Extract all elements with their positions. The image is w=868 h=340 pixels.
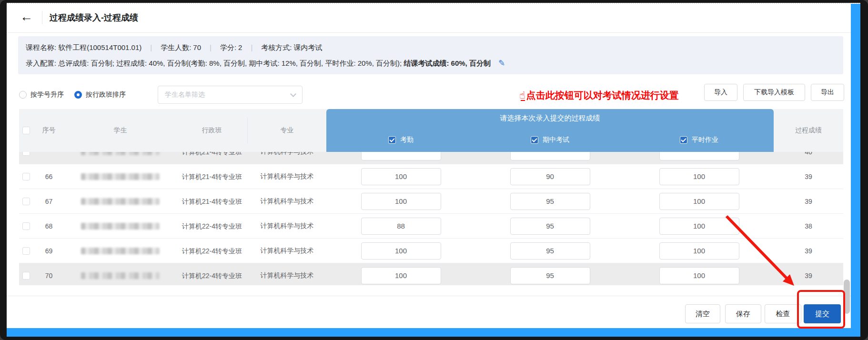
col-major: 专业 xyxy=(248,109,326,152)
radio-sort-by-class[interactable] xyxy=(74,91,82,99)
hand-pointer-icon: ☝ xyxy=(519,90,525,101)
score-input-homework[interactable] xyxy=(659,152,739,160)
attendance-checkbox[interactable] xyxy=(388,136,396,144)
masked-name-block xyxy=(81,152,160,155)
score-input-homework[interactable] xyxy=(659,193,739,210)
score-select-group-header: 请选择本次录入提交的过程成绩 考勤 期中考试 平时作业 xyxy=(326,109,774,152)
back-button[interactable]: ← xyxy=(20,9,33,25)
row-major: 计算机科学与技术 xyxy=(248,189,326,213)
clear-button[interactable]: 清空 xyxy=(685,304,720,323)
masked-name-block xyxy=(81,173,160,180)
import-button[interactable]: 导入 xyxy=(704,84,737,101)
table-row: 68计算机22-4转专业班计算机科学与技术38 xyxy=(19,214,843,239)
row-checkbox[interactable] xyxy=(22,272,30,280)
app-page: ← 过程成绩录入-过程成绩 课程名称:软件工程(100514T001.01)|学… xyxy=(7,3,860,337)
course-info-line1: 课程名称:软件工程(100514T001.01)|学生人数:70|学分:2|考核… xyxy=(26,42,323,53)
group-title: 请选择本次录入提交的过程成绩 xyxy=(326,114,774,123)
student-name-masked xyxy=(64,164,176,189)
course-name-label: 课程名称: xyxy=(26,43,56,51)
midterm-label: 期中考试 xyxy=(543,136,569,144)
student-filter-select[interactable]: 学生名单筛选 xyxy=(158,86,303,104)
attendance-label: 考勤 xyxy=(400,136,414,144)
row-checkbox[interactable] xyxy=(22,247,30,255)
table-row: 70计算机22-4转专业班计算机科学与技术39 xyxy=(19,263,843,285)
radio-sort-by-student-id[interactable] xyxy=(19,91,27,99)
row-process-score: 40 xyxy=(774,152,843,164)
score-input-homework[interactable] xyxy=(659,218,739,235)
score-input-homework[interactable] xyxy=(659,242,739,260)
homework-label: 平时作业 xyxy=(692,136,718,144)
score-input-homework[interactable] xyxy=(659,267,739,284)
score-input-homework[interactable] xyxy=(659,168,739,185)
homework-checkbox[interactable] xyxy=(680,136,687,144)
student-name-masked xyxy=(64,263,176,285)
course-name-value: 软件工程(100514T001.01) xyxy=(58,43,141,51)
table-header: 序号 学生 行政班 专业 过程成绩 请选择本次录入提交的过程成绩 考勤 xyxy=(19,109,843,152)
table-row: 66计算机21-4转专业班计算机科学与技术39 xyxy=(19,164,843,189)
row-checkbox[interactable] xyxy=(22,173,30,180)
entry-config-text: 录入配置: 总评成绩: 百分制; 过程成绩: 40%, 百分制(考勤: 8%, … xyxy=(26,59,404,67)
col-attendance: 考勤 xyxy=(326,136,475,144)
score-input-attendance[interactable] xyxy=(361,168,441,185)
check-button[interactable]: 检查 xyxy=(765,304,801,323)
row-process-score: 39 xyxy=(774,263,843,285)
row-checkbox[interactable] xyxy=(22,152,30,156)
row-class: 计算机22-4转专业班 xyxy=(181,221,243,231)
filter-placeholder: 学生名单筛选 xyxy=(165,90,205,99)
submit-button[interactable]: 提交 xyxy=(804,304,841,323)
save-button[interactable]: 保存 xyxy=(725,304,761,323)
table-row: 69计算机22-4转专业班计算机科学与技术39 xyxy=(19,239,843,263)
score-input-midterm[interactable] xyxy=(510,242,590,260)
score-input-midterm[interactable] xyxy=(510,218,590,235)
score-input-midterm[interactable] xyxy=(510,168,590,185)
sort-options: 按学号升序 按行政班排序 xyxy=(19,90,136,100)
scrollbar-thumb[interactable] xyxy=(844,280,850,314)
row-seq: 70 xyxy=(33,263,64,285)
export-button[interactable]: 导出 xyxy=(811,84,844,101)
info-separator: | xyxy=(150,43,152,51)
score-input-midterm[interactable] xyxy=(510,193,590,210)
download-template-button[interactable]: 下载导入模板 xyxy=(743,84,805,101)
score-input-midterm[interactable] xyxy=(510,267,590,284)
row-process-score: 39 xyxy=(774,189,843,213)
page-title: 过程成绩录入-过程成绩 xyxy=(50,12,138,23)
final-exam-config-text: 结课考试成绩: 60%, 百分制 xyxy=(404,59,491,67)
row-major: 计算机科学与技术 xyxy=(248,152,326,164)
row-major: 计算机科学与技术 xyxy=(248,239,326,263)
row-class: 计算机22-4转专业班 xyxy=(181,246,243,256)
edit-config-icon[interactable]: ✎ xyxy=(498,59,505,68)
student-name-masked xyxy=(64,214,176,238)
score-input-attendance[interactable] xyxy=(361,193,441,210)
score-input-attendance[interactable] xyxy=(361,218,441,235)
row-process-score: 38 xyxy=(774,214,843,238)
table-row: 计算机21-4转专业班计算机科学与技术40 xyxy=(19,152,843,164)
student-name-masked xyxy=(64,239,176,263)
score-input-midterm[interactable] xyxy=(510,152,590,160)
row-checkbox[interactable] xyxy=(22,222,30,230)
score-input-attendance[interactable] xyxy=(361,267,441,284)
masked-name-block xyxy=(81,272,160,279)
select-all-checkbox[interactable] xyxy=(22,127,30,134)
col-process-score: 过程成绩 xyxy=(774,109,843,152)
course-info-panel: 课程名称:软件工程(100514T001.01)|学生人数:70|学分:2|考核… xyxy=(18,36,843,74)
row-checkbox[interactable] xyxy=(22,198,30,205)
chevron-down-icon xyxy=(290,91,296,97)
student-name-masked xyxy=(64,189,176,213)
radio-label-sort-by-id: 按学号升序 xyxy=(30,90,64,99)
credit-value: 2 xyxy=(238,43,242,51)
col-midterm: 期中考试 xyxy=(475,136,625,144)
score-input-attendance[interactable] xyxy=(361,242,441,260)
row-class: 计算机22-4转专业班 xyxy=(181,271,243,280)
student-count-label: 学生人数: xyxy=(161,43,191,51)
midterm-checkbox[interactable] xyxy=(531,136,538,144)
annotation-text: 点击此按钮可以对考试情况进行设置 xyxy=(526,89,679,102)
score-input-attendance[interactable] xyxy=(361,152,441,160)
col-student: 学生 xyxy=(64,109,176,152)
col-seq: 序号 xyxy=(33,109,64,152)
row-class: 计算机21-4转专业班 xyxy=(181,172,243,181)
row-seq: 67 xyxy=(33,189,64,213)
col-class: 行政班 xyxy=(176,118,248,143)
table-row: 67计算机21-4转专业班计算机科学与技术39 xyxy=(19,189,843,214)
window-frame: ← 过程成绩录入-过程成绩 课程名称:软件工程(100514T001.01)|学… xyxy=(0,0,868,340)
row-major: 计算机科学与技术 xyxy=(248,164,326,189)
